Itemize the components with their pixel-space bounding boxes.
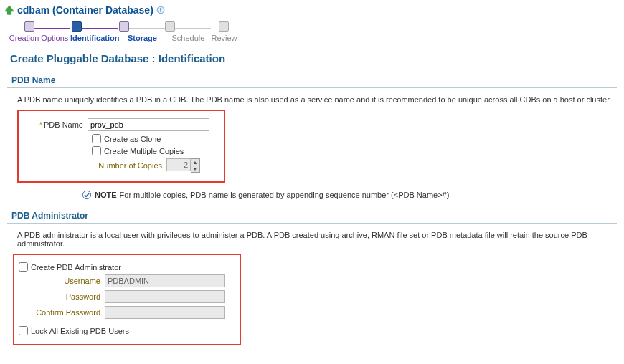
- confirm-password-input: [105, 306, 225, 319]
- create-multiple-checkbox[interactable]: [92, 146, 101, 155]
- step-connector: [34, 28, 70, 29]
- check-icon: [82, 190, 92, 200]
- section-header-pdb-admin: PDB Administrator: [7, 209, 617, 224]
- create-admin-row: Create PDB Administrator: [19, 262, 235, 272]
- num-copies-spinner: ▲ ▼: [166, 158, 200, 173]
- section-header-pdb-name: PDB Name: [7, 73, 617, 88]
- step-box-icon: [72, 21, 82, 32]
- required-asterisk: *: [39, 120, 42, 129]
- username-row: Username: [19, 274, 235, 287]
- spinner-up-button[interactable]: ▲: [191, 159, 199, 166]
- step-label: Identification: [70, 34, 119, 42]
- username-label: Username: [19, 277, 105, 285]
- confirm-password-row: Confirm Password: [19, 306, 235, 319]
- info-icon[interactable]: [156, 6, 165, 14]
- create-as-clone-row: Create as Clone: [92, 134, 219, 143]
- note-label: NOTE: [95, 191, 117, 199]
- step-box-icon: [119, 21, 129, 32]
- spinner-buttons: ▲ ▼: [191, 158, 200, 173]
- num-copies-row: Number of Copies ▲ ▼: [73, 158, 219, 173]
- up-arrow-icon: [4, 5, 14, 15]
- step-label: Creation Options: [9, 34, 69, 42]
- step-schedule[interactable]: Schedule: [165, 21, 211, 42]
- create-admin-checkbox[interactable]: [19, 262, 28, 272]
- create-as-clone-label: Create as Clone: [104, 135, 161, 143]
- password-input: [105, 290, 225, 303]
- spinner-down-button[interactable]: ▼: [191, 166, 199, 172]
- page-header: cdbam (Container Database): [0, 0, 624, 17]
- step-connector: [82, 28, 118, 29]
- username-input: [105, 274, 225, 287]
- note-row: NOTE For multiple copies, PDB name is ge…: [0, 187, 624, 206]
- step-connector: [129, 28, 165, 29]
- step-connector: [175, 28, 211, 29]
- pdb-name-input[interactable]: [88, 118, 209, 131]
- step-storage[interactable]: Storage: [119, 21, 165, 42]
- create-multiple-label: Create Multiple Copies: [104, 147, 184, 155]
- step-label: Schedule: [172, 34, 205, 42]
- lock-users-row: Lock All Existing PDB Users: [19, 326, 235, 335]
- create-multiple-row: Create Multiple Copies: [92, 146, 219, 155]
- svg-rect-3: [160, 8, 161, 9]
- page-title: Create Pluggable Database : Identificati…: [0, 47, 624, 70]
- pdb-name-fields: *PDB Name Create as Clone Create Multipl…: [17, 110, 225, 183]
- pdb-name-description: A PDB name uniquely identifies a PDB in …: [0, 91, 624, 110]
- note-text: For multiple copies, PDB name is generat…: [120, 191, 450, 199]
- password-label: Password: [19, 292, 105, 301]
- step-box-icon: [165, 21, 175, 32]
- step-box-icon: [219, 21, 229, 32]
- pdb-name-row: *PDB Name: [23, 118, 219, 131]
- num-copies-label: Number of Copies: [73, 161, 166, 170]
- pdb-admin-fields: Create PDB Administrator Username Passwo…: [13, 254, 241, 345]
- password-row: Password: [19, 290, 235, 303]
- svg-marker-0: [5, 6, 14, 14]
- create-admin-label: Create PDB Administrator: [31, 263, 121, 272]
- step-label: Review: [211, 34, 237, 42]
- confirm-password-label: Confirm Password: [19, 308, 105, 317]
- header-title: cdbam (Container Database): [17, 4, 153, 16]
- wizard-train: Creation Options Identification Storage …: [0, 17, 624, 47]
- lock-users-checkbox[interactable]: [19, 326, 28, 335]
- step-identification[interactable]: Identification: [70, 21, 119, 42]
- step-review[interactable]: Review: [211, 21, 237, 42]
- pdb-name-label: *PDB Name: [23, 120, 88, 129]
- step-label: Storage: [128, 34, 157, 42]
- step-creation-options[interactable]: Creation Options: [7, 21, 70, 42]
- step-box-icon: [24, 21, 34, 32]
- create-as-clone-checkbox[interactable]: [92, 134, 101, 143]
- pdb-admin-description: A PDB administrator is a local user with…: [0, 226, 624, 254]
- num-copies-input: [166, 158, 191, 171]
- svg-rect-2: [160, 9, 161, 12]
- svg-point-4: [82, 191, 90, 198]
- lock-users-label: Lock All Existing PDB Users: [31, 327, 129, 335]
